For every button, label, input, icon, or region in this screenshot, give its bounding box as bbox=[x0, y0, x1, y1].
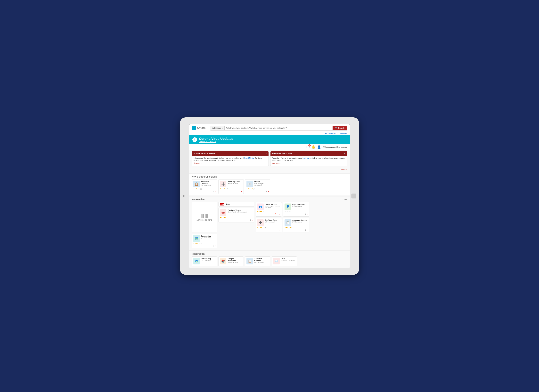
info-icon[interactable]: ℹ bbox=[305, 213, 306, 215]
add-drop-fav-icon: ➕ bbox=[257, 219, 264, 226]
popular-bookstore[interactable]: 📚 Campus Bookstore (All Campuses) bbox=[218, 256, 244, 266]
student-selector[interactable]: Student ▾ bbox=[340, 132, 347, 134]
favorite-icon[interactable]: ♥ bbox=[307, 213, 308, 215]
popular-campus-map[interactable]: 🗺️ Campus Map (All Campuses) bbox=[192, 256, 217, 266]
purchase-tickets-icon: 🎟️ bbox=[220, 209, 226, 216]
news-card[interactable]: CNN News bbox=[218, 202, 254, 207]
search-bar: Categories ▾ 🔍 Search bbox=[210, 126, 347, 131]
news-column: CNN News 🎟️ Purchase Tickets Event Ticke… bbox=[218, 202, 254, 232]
info-icon[interactable]: ℹ bbox=[305, 229, 306, 231]
news-label: News bbox=[226, 203, 230, 205]
alert-link[interactable]: COVID-19 UPDATES bbox=[199, 141, 233, 143]
articles-to-read-card[interactable]: ARTICLES TO READ bbox=[192, 202, 217, 232]
cards-row: SOCIAL MEDIA MASHUP ✕ In this area of th… bbox=[192, 151, 347, 166]
popular-map-icon: 🗺️ bbox=[193, 258, 200, 264]
directory-icon: 👤 bbox=[284, 203, 291, 210]
favorite-icon[interactable]: ♥ bbox=[215, 191, 216, 192]
notifications-icon[interactable]: 🔔 bbox=[312, 145, 315, 149]
tablet-screen: r Smart® Categories ▾ 🔍 Search All Cam bbox=[189, 124, 350, 268]
app-header: r Smart® Categories ▾ 🔍 Search bbox=[189, 124, 350, 132]
featured-cards-section: SOCIAL MEDIA MASHUP ✕ In this area of th… bbox=[189, 150, 350, 173]
welcome-text: Welcome, penny@transact.c... bbox=[323, 146, 347, 148]
favorite-icon[interactable]: ♥ bbox=[252, 219, 253, 221]
business-card: BUSINESS RELATIONS ✕ Adaptation. The key… bbox=[270, 151, 347, 166]
purchase-tickets-text: Purchase Tickets Event Tickets (All Camp… bbox=[228, 209, 253, 213]
popular-section: Most Popular 🗺️ Campus Map (All Campuses… bbox=[189, 251, 350, 268]
favorites-header: My Favorites ✦ Edit bbox=[192, 198, 347, 201]
cnn-badge: CNN bbox=[220, 203, 224, 205]
favorite-icon[interactable]: ♥ bbox=[215, 245, 216, 247]
popular-academic-cal[interactable]: 📋 Academic Calendar (All Campuses) bbox=[245, 256, 270, 266]
alert-icon: ! bbox=[192, 137, 197, 142]
tablet-side-button bbox=[183, 195, 185, 197]
categories-dropdown[interactable]: Categories ▾ bbox=[210, 126, 225, 130]
tutoring-icon: 👥 bbox=[257, 203, 264, 210]
campus-map-fav-icon: 🗺️ bbox=[193, 235, 200, 242]
social-media-card-body: In this area of the website, you will fi… bbox=[192, 156, 269, 166]
add-drop-card[interactable]: ➕ Add/Drop Class (All Campuses) ★★★★½ (2… bbox=[218, 179, 244, 194]
add-drop-icon: ➕ bbox=[220, 181, 226, 187]
favorites-grid: ARTICLES TO READ CNN News 🎟️ bbox=[192, 202, 347, 232]
favorite-icon[interactable]: ♥ bbox=[268, 191, 269, 192]
add-drop-actions: ℹ ♥ bbox=[220, 191, 242, 192]
articles-icon bbox=[201, 214, 208, 218]
search-button[interactable]: 🔍 Search bbox=[332, 126, 347, 130]
logo: r Smart® bbox=[192, 126, 208, 130]
popular-bookstore-icon: 📚 bbox=[220, 258, 226, 264]
social-media-view-more[interactable]: view more... bbox=[193, 162, 267, 165]
tutoring-column: 👥 Online Tutoring Student Support Servic… bbox=[256, 202, 282, 232]
logo-icon: r bbox=[192, 126, 196, 130]
campus-map-fav-text: Campus Map (All Campuses) bbox=[201, 235, 216, 239]
business-close-btn[interactable]: ✕ bbox=[344, 152, 346, 155]
info-icon[interactable]: ℹ bbox=[266, 191, 267, 192]
info-icon[interactable]: ℹ bbox=[278, 229, 278, 231]
subheader: All Campuses ▾ Student ▾ bbox=[189, 132, 350, 135]
view-all-link[interactable]: view all bbox=[341, 169, 347, 170]
mail-icon[interactable]: ✉️ 33 bbox=[306, 145, 310, 149]
business-card-body: Adaptation. The key to success in today'… bbox=[270, 156, 347, 166]
favorite-icon[interactable]: ♥ bbox=[241, 191, 242, 192]
academic-calendar-stars: ★★★★★ (1) bbox=[193, 188, 216, 190]
favorite-icon[interactable]: ♥ bbox=[279, 213, 280, 215]
campus-selector[interactable]: All Campuses ▾ bbox=[325, 132, 338, 134]
alert-content: Corona Virus Updates COVID-19 UPDATES bbox=[199, 137, 233, 143]
favorite-icon[interactable]: ♥ bbox=[279, 229, 280, 231]
campus-map-fav-card[interactable]: 🗺️ Campus Map (All Campuses) ★★★★★ (6) ℹ… bbox=[192, 234, 217, 248]
academic-cal-fav-card[interactable]: 📋 Academic Calendar (All Campuses) ★★★★★… bbox=[283, 218, 309, 232]
alert-title: Corona Virus Updates bbox=[199, 137, 233, 141]
user-icon[interactable]: 👤 bbox=[317, 145, 321, 149]
ebooks-stars: ★★★★★ (2) bbox=[246, 188, 269, 190]
view-all-row: view all bbox=[192, 167, 347, 171]
orientation-items-grid: 📋 Academic Calendar (All Campuses) ★★★★★… bbox=[192, 179, 347, 194]
popular-email-text: Email Gmail (All Campuses) bbox=[281, 258, 295, 261]
edit-button[interactable]: ✦ Edit bbox=[342, 198, 347, 200]
directory-column: 👤 Campus Directory (All Campuses) ☆☆☆☆☆ … bbox=[283, 202, 309, 232]
popular-academic-text: Academic Calendar (All Campuses) bbox=[254, 258, 269, 263]
business-view-more[interactable]: view more... bbox=[272, 162, 346, 165]
social-media-card: SOCIAL MEDIA MASHUP ✕ In this area of th… bbox=[192, 151, 269, 166]
info-icon[interactable]: ℹ bbox=[213, 191, 214, 192]
popular-email[interactable]: ✉️ Email Gmail (All Campuses) bbox=[272, 256, 297, 266]
social-media-close-btn[interactable]: ✕ bbox=[265, 152, 267, 155]
favorites-section: My Favorites ✦ Edit ARTICLES TO READ bbox=[189, 197, 350, 250]
business-card-header: BUSINESS RELATIONS ✕ bbox=[270, 151, 347, 156]
info-icon[interactable]: ℹ bbox=[240, 191, 240, 192]
info-icon[interactable]: ℹ bbox=[278, 213, 278, 215]
info-icon[interactable]: ℹ bbox=[250, 219, 251, 221]
alert-banner: ! Corona Virus Updates COVID-19 UPDATES bbox=[189, 135, 350, 144]
academic-calendar-card[interactable]: 📋 Academic Calendar (All Campuses) ★★★★★… bbox=[192, 179, 217, 194]
ebooks-card[interactable]: 📖 eBooks OverDrive (All Campuses) ★★★★★ … bbox=[245, 179, 270, 194]
popular-map-text: Campus Map (All Campuses) bbox=[201, 258, 216, 261]
search-input[interactable] bbox=[225, 126, 332, 130]
info-icon[interactable]: ℹ bbox=[213, 245, 214, 247]
popular-bookstore-text: Campus Bookstore (All Campuses) bbox=[228, 258, 242, 263]
online-tutoring-card[interactable]: 👥 Online Tutoring Student Support Servic… bbox=[256, 202, 282, 217]
popular-academic-icon: 📋 bbox=[246, 258, 253, 264]
add-drop-fav-card[interactable]: ➕ Add/Drop Class (All Campuses) ★★★★★ (1… bbox=[256, 218, 282, 232]
popular-email-icon: ✉️ bbox=[273, 258, 280, 264]
add-drop-stars: ★★★★½ (2) bbox=[220, 188, 242, 190]
purchase-tickets-card[interactable]: 🎟️ Purchase Tickets Event Tickets (All C… bbox=[218, 208, 254, 223]
social-media-card-header: SOCIAL MEDIA MASHUP ✕ bbox=[192, 151, 269, 156]
favorite-icon[interactable]: ♥ bbox=[307, 229, 308, 231]
campus-directory-card[interactable]: 👤 Campus Directory (All Campuses) ☆☆☆☆☆ … bbox=[283, 202, 309, 217]
